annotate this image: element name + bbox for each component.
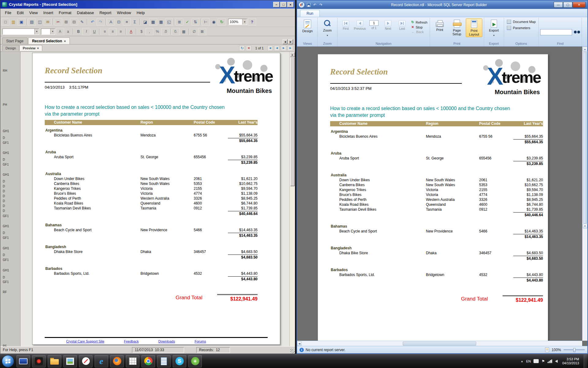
percent-button[interactable]: % bbox=[153, 28, 161, 35]
section-label-d-24[interactable]: D bbox=[3, 276, 5, 279]
section-label-gh1-23[interactable]: GH1 bbox=[3, 269, 9, 272]
minimize-button[interactable] bbox=[554, 2, 563, 8]
insert-picture-button[interactable]: ▩ bbox=[149, 18, 157, 25]
underline-button[interactable]: U bbox=[90, 28, 98, 35]
maximize-button[interactable] bbox=[563, 2, 572, 8]
section-label-gf1-25[interactable]: GF1 bbox=[3, 280, 9, 284]
section-expert-button[interactable]: ≣ bbox=[175, 18, 183, 25]
font-color-button[interactable]: A bbox=[127, 28, 135, 35]
clock[interactable]: 3:53 PM 04/10/2013 bbox=[560, 357, 581, 365]
next-page-button[interactable] bbox=[281, 45, 286, 51]
shrink-font-button[interactable]: a bbox=[64, 28, 72, 35]
menu-edit[interactable]: Edit bbox=[14, 9, 26, 16]
tab-run[interactable]: Run bbox=[300, 10, 320, 17]
find-binoculars-icon[interactable] bbox=[574, 30, 580, 34]
zoom-slider[interactable] bbox=[564, 349, 585, 350]
maximize-button[interactable] bbox=[280, 2, 287, 7]
copy-button[interactable]: ⊞ bbox=[62, 18, 70, 25]
close-button[interactable] bbox=[287, 2, 294, 7]
decrease-decimals-button[interactable]: 0. bbox=[172, 28, 180, 35]
snipping-tool-taskbar-button[interactable] bbox=[79, 355, 92, 367]
grow-font-button[interactable]: A bbox=[56, 28, 64, 35]
footer-link[interactable]: Crystal Care Support Site bbox=[66, 339, 104, 343]
stop-loading-button[interactable] bbox=[246, 45, 251, 51]
resize-grip[interactable] bbox=[290, 349, 295, 353]
document-map-toggle[interactable]: Document Map bbox=[506, 18, 537, 24]
section-label-gf1-4[interactable]: GF1 bbox=[3, 141, 9, 144]
minimize-button[interactable] bbox=[273, 2, 280, 7]
next-page-button[interactable]: Next bbox=[381, 18, 395, 30]
section-label-gh1-17[interactable]: GH1 bbox=[3, 224, 9, 228]
rb-title-bar[interactable]: ↶ ↷ Record Selection.rdl - Microsoft SQL… bbox=[297, 1, 587, 9]
document-editor-taskbar-button[interactable] bbox=[157, 355, 171, 367]
tab-record-selection[interactable]: Record Selection bbox=[28, 37, 70, 44]
undo-icon[interactable]: ↶ bbox=[312, 2, 317, 7]
section-label-d-21[interactable]: D bbox=[3, 253, 5, 257]
menu-format[interactable]: Format bbox=[56, 9, 74, 16]
section-label-gh1-2[interactable]: GH1 bbox=[3, 129, 9, 133]
scroll-left-icon[interactable] bbox=[297, 341, 302, 346]
section-label-gh1-5[interactable]: GH1 bbox=[3, 151, 9, 155]
internet-explorer-taskbar-button[interactable]: e bbox=[95, 355, 108, 367]
increase-decimals-button[interactable]: .0 bbox=[161, 28, 169, 35]
first-page-button[interactable]: First bbox=[339, 18, 352, 30]
insert-subreport-button[interactable]: ◱ bbox=[165, 18, 173, 25]
scroll-tabs-right-button[interactable] bbox=[288, 39, 293, 44]
section-label-gf1-22[interactable]: GF1 bbox=[3, 258, 9, 262]
redo-icon[interactable]: ↷ bbox=[318, 2, 323, 7]
tab-start-page[interactable]: Start Page bbox=[2, 37, 28, 44]
rb-vertical-scrollbar[interactable] bbox=[582, 47, 587, 341]
refresh-button[interactable]: ↻ bbox=[218, 18, 226, 25]
keyboard-layout-icon[interactable] bbox=[533, 359, 539, 363]
section-label-d-18[interactable]: D bbox=[3, 231, 5, 235]
section-label-d-9[interactable]: D bbox=[3, 180, 5, 183]
file-explorer-taskbar-button[interactable] bbox=[48, 355, 61, 367]
language-indicator[interactable]: EN bbox=[526, 359, 531, 363]
scroll-up-icon[interactable] bbox=[583, 47, 587, 52]
save-icon[interactable] bbox=[306, 2, 311, 7]
scroll-down-icon[interactable] bbox=[583, 224, 587, 228]
show-desktop-button[interactable] bbox=[584, 354, 587, 368]
borders-button[interactable]: ▦ bbox=[180, 28, 188, 35]
export-button[interactable]: Export bbox=[486, 18, 502, 37]
insert-summary-button[interactable]: Σ bbox=[131, 18, 139, 25]
open-button[interactable]: ▥ bbox=[9, 18, 17, 25]
remote-desktop-taskbar-button[interactable] bbox=[17, 355, 30, 367]
section-label-d-10[interactable]: D bbox=[3, 185, 5, 188]
zoom-button[interactable]: Zoom bbox=[319, 18, 336, 37]
close-button[interactable] bbox=[573, 2, 586, 8]
select-expert-button[interactable]: ✓ bbox=[183, 18, 191, 25]
cut-button[interactable]: ✂ bbox=[54, 18, 62, 25]
print-layout-button[interactable]: Print Layout bbox=[466, 18, 482, 37]
hscrollbar-thumb[interactable] bbox=[403, 342, 476, 346]
suppress-button[interactable]: ∅ bbox=[190, 28, 198, 35]
help-button[interactable] bbox=[248, 18, 256, 25]
section-label-gh1-8[interactable]: GH1 bbox=[3, 173, 9, 176]
insert-field-button[interactable]: ⊡ bbox=[115, 18, 123, 25]
print-button[interactable]: Print bbox=[432, 18, 448, 32]
previous-page-button[interactable]: Previous bbox=[353, 18, 367, 30]
font-size-dropdown-icon[interactable] bbox=[50, 29, 55, 34]
section-label-rh-0[interactable]: RH bbox=[3, 69, 7, 72]
lock-button[interactable]: ⊠ bbox=[198, 28, 206, 35]
save-button[interactable]: ▣ bbox=[17, 18, 25, 25]
menu-help[interactable]: Help bbox=[134, 9, 148, 16]
italic-button[interactable]: I bbox=[82, 28, 90, 35]
section-label-d-15[interactable]: D bbox=[3, 209, 5, 213]
format-painter-button[interactable]: ✎ bbox=[78, 18, 86, 25]
crystal-title-bar[interactable]: Crystal Reports - [Record Selection] bbox=[0, 0, 295, 9]
menu-report[interactable]: Report bbox=[97, 9, 114, 16]
hidden-icons-chevron[interactable]: ▲ bbox=[521, 360, 523, 363]
align-center-button[interactable]: ≡ bbox=[109, 28, 117, 35]
footer-link[interactable]: Forums bbox=[194, 339, 206, 343]
section-label-rf-26[interactable]: RF bbox=[3, 290, 7, 294]
align-left-button[interactable]: ≡ bbox=[101, 28, 109, 35]
insert-chart-button[interactable]: ◪ bbox=[141, 18, 149, 25]
page-setup-button[interactable]: Page Setup bbox=[449, 18, 465, 36]
back-button[interactable]: Back bbox=[411, 30, 428, 34]
scrollbar-thumb[interactable] bbox=[290, 57, 295, 186]
currency-button[interactable]: $ bbox=[138, 28, 145, 35]
section-label-ph-1[interactable]: PH bbox=[3, 103, 7, 106]
insert-crosstab-button[interactable]: ▦ bbox=[157, 18, 165, 25]
insert-text-button[interactable]: A bbox=[107, 18, 115, 25]
